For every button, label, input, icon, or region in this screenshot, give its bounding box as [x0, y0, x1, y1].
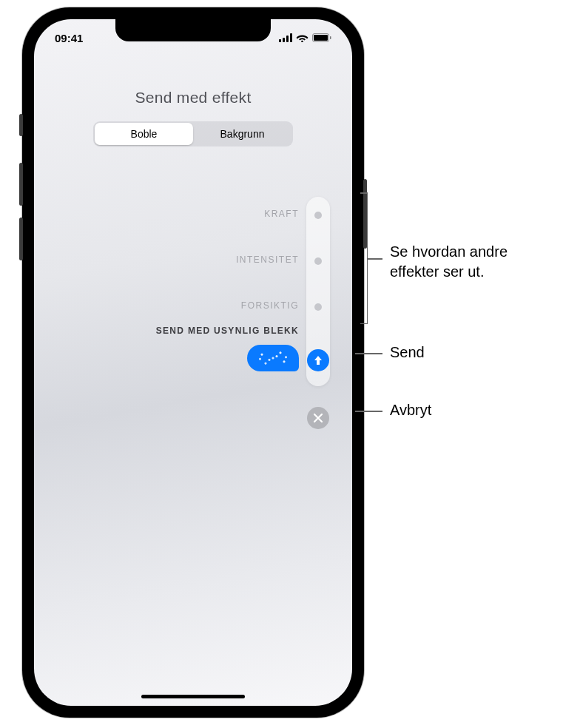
segment-boble[interactable]: Boble	[95, 123, 193, 145]
screen: 09:41 Send m	[34, 19, 352, 706]
segment-bakgrunn[interactable]: Bakgrunn	[193, 123, 291, 145]
effect-label-kraft: KRAFT	[264, 209, 299, 219]
svg-rect-6	[314, 35, 328, 41]
callout-preview: Se hvordan andre effekter ser ut.	[390, 242, 556, 282]
effect-track	[306, 197, 330, 386]
close-icon	[313, 413, 323, 423]
mute-switch	[19, 114, 23, 136]
callout-line-send	[355, 353, 382, 354]
callout-send: Send	[390, 343, 425, 363]
svg-rect-0	[279, 39, 281, 42]
page-title: Send med effekt	[34, 89, 352, 107]
cellular-icon	[279, 33, 292, 42]
status-time: 09:41	[55, 32, 83, 44]
effect-dot-intensitet[interactable]	[314, 257, 322, 265]
battery-icon	[312, 33, 331, 42]
effect-dot-kraft[interactable]	[314, 212, 322, 219]
svg-rect-2	[286, 36, 289, 42]
svg-rect-7	[330, 36, 331, 39]
segment-boble-label: Boble	[131, 128, 158, 140]
volume-down-button	[19, 218, 23, 260]
wifi-icon	[296, 33, 309, 42]
volume-up-button	[19, 163, 23, 206]
phone-frame: 09:41 Send m	[22, 7, 364, 718]
segmented-control[interactable]: Boble Bakgrunn	[93, 121, 293, 146]
home-indicator[interactable]	[141, 695, 245, 698]
effect-label-selected: SEND MED USYNLIG BLEKK	[156, 326, 299, 336]
effect-label-forsiktig: FORSIKTIG	[241, 300, 299, 311]
arrow-up-icon	[312, 354, 324, 366]
message-bubble	[247, 345, 299, 371]
callout-line-cancel	[355, 411, 382, 412]
svg-point-4	[301, 41, 303, 42]
cancel-button[interactable]	[307, 407, 329, 429]
effect-label-intensitet: INTENSITET	[236, 255, 299, 265]
status-indicators	[279, 33, 331, 42]
send-button[interactable]	[307, 349, 329, 371]
notch	[115, 19, 271, 41]
callout-cancel: Avbryt	[390, 400, 431, 420]
svg-rect-1	[283, 38, 285, 42]
segment-bakgrunn-label: Bakgrunn	[220, 128, 265, 140]
invisible-ink-effect	[254, 349, 291, 367]
effect-dot-forsiktig[interactable]	[314, 303, 322, 311]
callout-line-preview	[368, 258, 382, 260]
svg-rect-3	[290, 33, 292, 42]
